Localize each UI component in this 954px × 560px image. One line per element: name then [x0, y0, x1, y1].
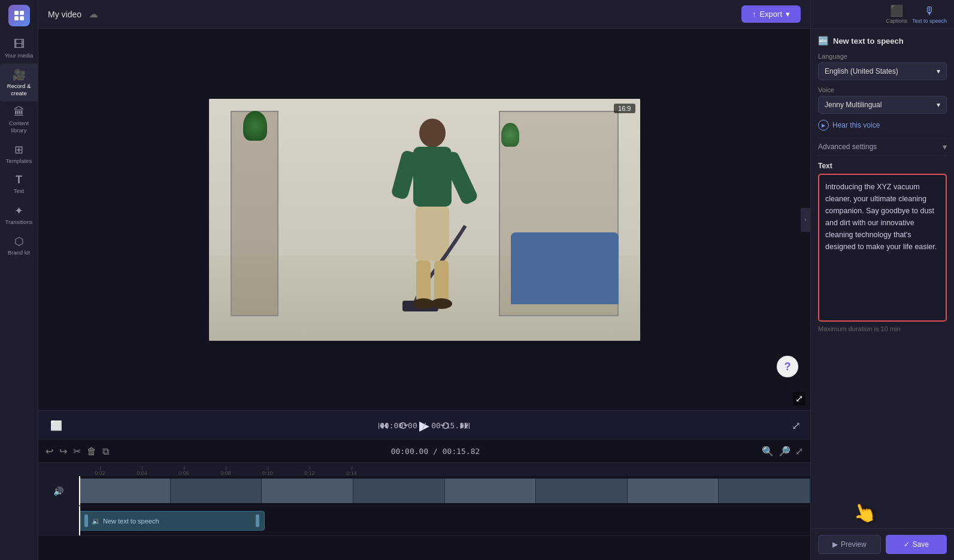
expand-button[interactable]: ⤢ [793, 392, 805, 405]
ruler-mark-2: 0:06 [163, 467, 205, 476]
advanced-settings-row: Advanced settings ▾ [818, 138, 947, 156]
panel-collapse-arrow[interactable]: › [801, 208, 810, 232]
export-chevron-icon: ▾ [786, 10, 790, 19]
ruler-mark-1: 0:04 [121, 467, 163, 476]
tts-panel-button[interactable]: 🎙 Text to speech [912, 5, 947, 24]
tts-strip[interactable]: 🔉 New text to speech [79, 511, 265, 531]
cloud-save-icon: ☁ [89, 8, 98, 20]
sidebar-item-label: Brand kit [8, 249, 31, 256]
save-check-icon: ✓ [904, 540, 910, 549]
sidebar-item-your-media[interactable]: 🎞 Your media [0, 34, 38, 63]
help-button[interactable]: ? [777, 356, 798, 377]
svg-rect-0 [14, 11, 19, 15]
video-thumb-4 [353, 479, 445, 503]
video-thumb-5 [445, 479, 537, 503]
language-label: Language [818, 53, 947, 60]
advanced-settings-toggle[interactable]: ▾ [943, 142, 947, 152]
tts-title-icon: 🔤 [818, 36, 828, 46]
video-thumb-1 [79, 479, 171, 503]
timeline-time-display: 00:00.00 / 00:15.82 [391, 447, 480, 456]
video-track-content[interactable] [79, 476, 810, 505]
sidebar-item-label: Record &create [7, 83, 31, 96]
cut-button[interactable]: ✂ [73, 446, 81, 457]
sidebar-item-content-library[interactable]: 🏛 Content library [0, 101, 38, 138]
save-button[interactable]: ✓ Save [886, 535, 947, 554]
zoom-in-button[interactable]: 🔎 [779, 446, 791, 457]
right-panel-content: 🔤 New text to speech Language English (U… [811, 29, 954, 528]
svg-rect-10 [416, 261, 431, 302]
export-button[interactable]: ↑ Export ▾ [741, 5, 801, 23]
voice-dropdown[interactable]: Jenny Multilingual ▾ [818, 96, 947, 114]
tts-handle-right[interactable] [256, 514, 259, 528]
sofa [511, 232, 619, 304]
sidebar-item-templates[interactable]: ⊞ Templates [0, 138, 38, 169]
text-input-wrapper [818, 174, 947, 322]
tts-track-content[interactable]: 🔉 New text to speech [79, 506, 810, 535]
playhead [79, 476, 80, 505]
main-area: My video ☁ ↑ Export ▾ [38, 0, 810, 560]
ruler-marks: 0:02 0:04 0:06 0:08 0:10 0:12 0:14 [79, 463, 810, 476]
hear-voice-play-icon: ▶ [818, 120, 829, 131]
language-dropdown[interactable]: English (United States) ▾ [818, 62, 947, 80]
timeline-tracks: 🔊 [38, 476, 810, 560]
sidebar-item-label: Text [14, 187, 24, 194]
text-section-label: Text [818, 162, 947, 170]
fullscreen-button[interactable]: ⤢ [792, 419, 801, 432]
voice-label: Voice [818, 86, 947, 93]
tts-audio-icon: 🔉 [92, 517, 101, 525]
right-panel-actions: ▶ Preview ✓ Save [811, 528, 954, 560]
topbar: My video ☁ ↑ Export ▾ [38, 0, 810, 29]
time-display: 00:00.00 / 00:15.82 [380, 421, 469, 430]
ruler-mark-6: 0:14 [331, 467, 372, 476]
preview-button[interactable]: ▶ Preview [818, 535, 881, 554]
svg-rect-3 [20, 16, 24, 20]
video-strip [79, 479, 810, 503]
delete-button[interactable]: 🗑 [87, 446, 96, 457]
templates-icon: ⊞ [14, 143, 23, 156]
svg-rect-11 [434, 261, 449, 302]
project-title: My video [48, 10, 81, 19]
transitions-icon: ✦ [14, 204, 23, 217]
ruler-mark-4: 0:10 [247, 467, 289, 476]
sidebar-item-transitions[interactable]: ✦ Transitions [0, 199, 38, 230]
captions-panel-button[interactable]: ⬛ Captions [886, 4, 907, 24]
ruler-mark-0: 0:02 [79, 467, 121, 476]
plant-left [243, 111, 267, 141]
hear-voice-button[interactable]: ▶ Hear this voice [818, 119, 880, 132]
media-icon: 🎞 [14, 38, 25, 51]
export-icon: ↑ [752, 10, 756, 19]
svg-point-4 [419, 119, 446, 147]
timeline-area: ↩ ↪ ✂ 🗑 ⧉ 00:00.00 / 00:15.82 🔍 🔎 ⤢ 0:02… [38, 440, 810, 560]
video-track: 🔊 [38, 476, 810, 506]
app-logo[interactable] [8, 5, 30, 26]
text-icon: T [16, 174, 22, 186]
video-scene [209, 99, 640, 341]
panel-title: 🔤 New text to speech [818, 36, 947, 46]
sidebar-item-brand-kit[interactable]: ⬡ Brand kit [0, 230, 38, 261]
duplicate-button[interactable]: ⧉ [102, 446, 109, 457]
tts-track-label [38, 506, 79, 535]
captions-toggle-button[interactable]: ⬜ [50, 420, 62, 431]
person-silhouette [372, 118, 492, 316]
timeline-ruler: 0:02 0:04 0:06 0:08 0:10 0:12 0:14 [38, 463, 810, 476]
tts-track-playhead [79, 506, 80, 535]
brand-kit-icon: ⬡ [14, 235, 24, 248]
redo-button[interactable]: ↪ [59, 446, 67, 457]
sidebar-item-text[interactable]: T Text [0, 169, 38, 199]
undo-button[interactable]: ↩ [46, 446, 53, 457]
text-input[interactable] [819, 175, 946, 319]
sidebar: 🎞 Your media 🎥 Record &create 🏛 Content … [0, 0, 38, 560]
video-preview: 16:9 [209, 99, 640, 341]
max-duration-note: Maximum duration is 10 min [818, 325, 947, 332]
record-icon: 🎥 [13, 68, 26, 81]
tts-track: 🔉 New text to speech [38, 506, 810, 536]
fit-button[interactable]: ⤢ [795, 446, 803, 457]
zoom-out-button[interactable]: 🔍 [762, 446, 774, 457]
right-panel: ⬛ Captions 🎙 Text to speech 🔤 New text t… [810, 0, 954, 560]
svg-rect-2 [14, 16, 19, 20]
ruler-mark-3: 0:08 [205, 467, 247, 476]
advanced-settings-label: Advanced settings [818, 143, 877, 151]
video-thumb-8 [719, 479, 810, 503]
tts-handle-left[interactable] [84, 514, 88, 528]
sidebar-item-record-create[interactable]: 🎥 Record &create [0, 63, 38, 101]
